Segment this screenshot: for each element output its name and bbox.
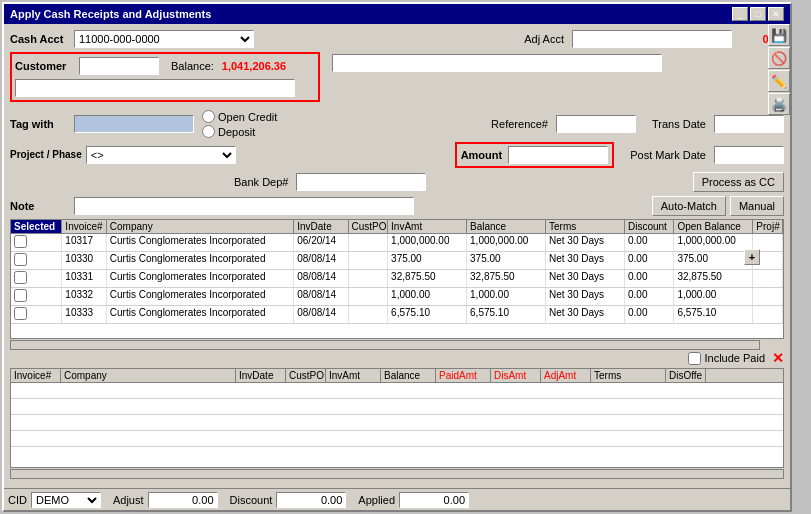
title-bar-buttons: _ □ ✕	[732, 7, 784, 21]
table-cell: Net 30 Days	[546, 252, 625, 269]
lower-col-paidamt: PaidAmt	[436, 369, 491, 382]
adj-acct-input[interactable]: 11040-000-0000	[572, 30, 732, 48]
table-cell: 10331	[62, 270, 106, 287]
customer-name-input[interactable]: Curtis Conglomerates Incorporated	[15, 79, 295, 97]
table-cell: 08/08/14	[294, 288, 348, 305]
lower-col-disamt: DisAmt	[491, 369, 541, 382]
post-mark-date-label: Post Mark Date	[630, 149, 706, 161]
include-paid-row: Include Paid ✕	[10, 350, 784, 366]
col-terms: Terms	[546, 220, 625, 233]
discount-value: 0.00	[276, 492, 346, 508]
customer-id-row: Customer CCI001 Balance: 1,041,206.36	[15, 57, 315, 75]
table-cell: 08/08/14	[294, 306, 348, 323]
table-cell: 6,575.10	[467, 306, 546, 323]
manual-button[interactable]: Manual	[730, 196, 784, 216]
lower-grid-row	[11, 399, 783, 415]
open-credit-radio: Open Credit	[202, 110, 277, 123]
balance-label: Balance:	[171, 60, 214, 72]
save-toolbar-button[interactable]: 💾	[768, 24, 790, 46]
note-input[interactable]	[74, 197, 414, 215]
auto-match-button[interactable]: Auto-Match	[652, 196, 726, 216]
table-cell: 06/20/14	[294, 234, 348, 251]
window-title: Apply Cash Receipts and Adjustments	[10, 8, 211, 20]
table-cell: 0.00	[625, 252, 674, 269]
table-cell	[349, 252, 389, 269]
bank-dep-input[interactable]	[296, 173, 426, 191]
edit-toolbar-button[interactable]: ✏️	[768, 70, 790, 92]
lower-grid: Invoice# Company InvDate CustPO InvAmt B…	[10, 368, 784, 468]
table-cell: 32,875.50	[674, 270, 753, 287]
col-invamt: InvAmt	[388, 220, 467, 233]
lower-col-invdate: InvDate	[236, 369, 286, 382]
table-row[interactable]: 10317Curtis Conglomerates Incorporated06…	[11, 234, 783, 252]
process-as-cc-button[interactable]: Process as CC	[693, 172, 784, 192]
table-row[interactable]: 10330Curtis Conglomerates Incorporated08…	[11, 252, 783, 270]
row-checkbox[interactable]	[14, 307, 27, 320]
trans-date-input[interactable]: 11/19/14	[714, 115, 784, 133]
table-cell: 375.00	[467, 252, 546, 269]
tag-with-input[interactable]	[74, 115, 194, 133]
table-cell: 1,000.00	[674, 288, 753, 305]
table-cell: Net 30 Days	[546, 288, 625, 305]
table-cell	[11, 252, 62, 269]
table-cell: Curtis Conglomerates Incorporated	[107, 306, 294, 323]
row-checkbox[interactable]	[14, 253, 27, 266]
print-toolbar-button[interactable]: 🖨️	[768, 93, 790, 115]
account-name-input[interactable]: Allowance for Doubtful Accounts	[332, 54, 662, 72]
upper-grid-container: Selected Invoice# Company InvDate CustPO…	[10, 219, 784, 350]
table-cell: 10333	[62, 306, 106, 323]
acct-row: Cash Acct 11000-000-0000 Adj Acct 11040-…	[10, 30, 784, 48]
table-cell: 6,575.10	[674, 306, 753, 323]
applied-label: Applied	[358, 494, 395, 506]
applied-value: 0.00	[399, 492, 469, 508]
upper-scrollbar[interactable]	[10, 340, 760, 350]
project-phase-label: Project / Phase	[10, 149, 82, 161]
delete-button[interactable]: ✕	[772, 350, 784, 366]
customer-id-input[interactable]: CCI001	[79, 57, 159, 75]
cash-acct-select[interactable]: 11000-000-0000	[74, 30, 254, 48]
reference-input[interactable]: 113131	[556, 115, 636, 133]
project-phase-select[interactable]: <>	[86, 146, 236, 164]
main-window: Apply Cash Receipts and Adjustments _ □ …	[2, 2, 792, 512]
note-area: Note Auto-Match Manual	[10, 196, 784, 216]
add-row-button[interactable]: +	[744, 249, 760, 265]
lower-col-disoffe: DisOffe	[666, 369, 706, 382]
close-button[interactable]: ✕	[768, 7, 784, 21]
row-checkbox[interactable]	[14, 289, 27, 302]
table-cell: 0.00	[625, 270, 674, 287]
table-cell: Curtis Conglomerates Incorporated	[107, 270, 294, 287]
lower-grid-container: Invoice# Company InvDate CustPO InvAmt B…	[10, 368, 784, 479]
table-row[interactable]: 10331Curtis Conglomerates Incorporated08…	[11, 270, 783, 288]
minimize-button[interactable]: _	[732, 7, 748, 21]
cid-select[interactable]: DEMO	[31, 492, 101, 508]
include-paid-checkbox[interactable]	[688, 352, 701, 365]
maximize-button[interactable]: □	[750, 7, 766, 21]
table-cell: 08/08/14	[294, 270, 348, 287]
lower-col-company: Company	[61, 369, 236, 382]
post-mark-date-input[interactable]: 11/19/14	[714, 146, 784, 164]
cancel-toolbar-button[interactable]: 🚫	[768, 47, 790, 69]
trans-date-label: Trans Date	[652, 118, 706, 130]
lower-scrollbar[interactable]	[10, 469, 784, 479]
lower-grid-row	[11, 415, 783, 431]
table-cell: 1,000.00	[467, 288, 546, 305]
deposit-radio-input[interactable]	[202, 125, 215, 138]
deposit-radio: Deposit	[202, 125, 277, 138]
table-row[interactable]: 10333Curtis Conglomerates Incorporated08…	[11, 306, 783, 324]
discount-label: Discount	[230, 494, 273, 506]
table-row[interactable]: 10332Curtis Conglomerates Incorporated08…	[11, 288, 783, 306]
table-cell: 0.00	[625, 288, 674, 305]
amount-row: Project / Phase <> Amount 10,775.00 Post…	[10, 142, 784, 168]
tag-with-label: Tag with	[10, 118, 70, 130]
lower-grid-row	[11, 431, 783, 447]
amount-input[interactable]: 10,775.00	[508, 146, 608, 164]
open-credit-radio-input[interactable]	[202, 110, 215, 123]
col-balance: Balance	[467, 220, 546, 233]
row-checkbox[interactable]	[14, 271, 27, 284]
bank-dep-label: Bank Dep#	[234, 176, 288, 188]
account-name-area: Allowance for Doubtful Accounts	[332, 52, 784, 72]
table-cell	[753, 306, 783, 323]
table-cell	[11, 288, 62, 305]
table-cell: Net 30 Days	[546, 306, 625, 323]
row-checkbox[interactable]	[14, 235, 27, 248]
